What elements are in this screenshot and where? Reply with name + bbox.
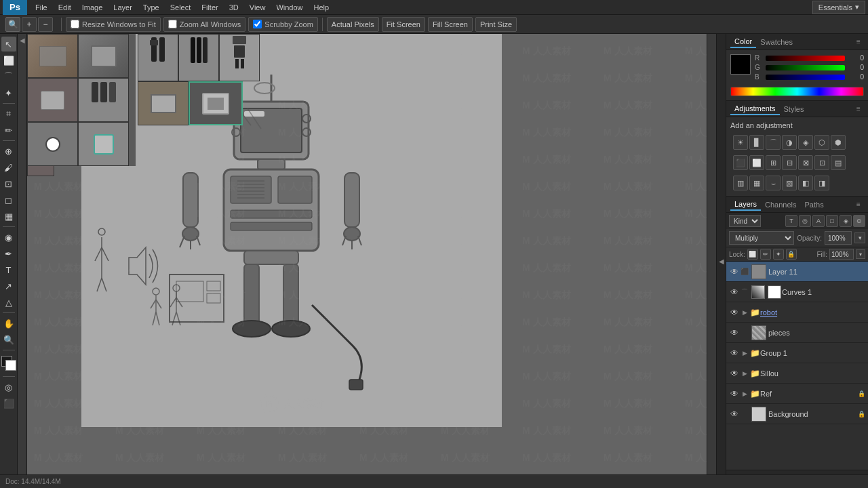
- color-spectrum[interactable]: [730, 87, 864, 96]
- clone-tool[interactable]: ⊡: [1, 176, 16, 191]
- thumb-robot-1[interactable]: [138, 34, 178, 81]
- resize-windows-checkbox[interactable]: Resize Windows to Fit: [66, 17, 161, 32]
- pen-tool[interactable]: ✒: [1, 246, 16, 261]
- left-collapse-btn[interactable]: ◀: [18, 34, 27, 488]
- adj-exposure-btn[interactable]: ◑: [782, 135, 797, 150]
- eyedropper-tool[interactable]: ✏: [1, 123, 16, 138]
- fill-stepper-btn[interactable]: ▾: [856, 249, 865, 259]
- layer-visibility-curves1[interactable]: 👁: [729, 287, 740, 298]
- adj-hsl-btn[interactable]: ⬡: [814, 135, 829, 150]
- resize-windows-input[interactable]: [71, 20, 79, 28]
- adj-photofilter-btn[interactable]: ⬜: [749, 155, 764, 170]
- menu-filter[interactable]: Filter: [196, 2, 223, 13]
- fill-value-input[interactable]: [829, 249, 854, 260]
- menu-3d[interactable]: 3D: [224, 2, 244, 13]
- layer-expand-group1[interactable]: ▶: [740, 348, 749, 358]
- layers-kind-filter[interactable]: Kind: [729, 215, 761, 227]
- color-tab[interactable]: Color: [730, 36, 756, 48]
- color-panel-menu-btn[interactable]: ≡: [853, 37, 864, 47]
- thumb-5[interactable]: [27, 122, 78, 166]
- adj-curves2-btn[interactable]: ⌣: [766, 176, 781, 190]
- adj-colorbalance-btn[interactable]: ⬢: [831, 135, 846, 150]
- layer-expand-sillou[interactable]: ▶: [740, 369, 749, 378]
- layer-item-sillou[interactable]: 👁 ▶ 📁 Sillou: [726, 363, 868, 384]
- fill-screen-btn[interactable]: Fill Screen: [428, 17, 473, 32]
- rectangle-select-tool[interactable]: ⬜: [1, 53, 16, 68]
- vertical-scrollbar[interactable]: [707, 34, 716, 479]
- thumb-6[interactable]: [78, 122, 129, 166]
- adj-vibrance-btn[interactable]: ◈: [798, 135, 813, 150]
- filter-type-btn[interactable]: T: [785, 215, 797, 227]
- quick-mask-tool[interactable]: ◎: [1, 380, 16, 394]
- layer-item-layer11[interactable]: 👁 ⬛ Layer 11: [726, 262, 868, 282]
- layer-item-curves1[interactable]: 👁 ⌒ Curves 1: [726, 282, 868, 302]
- menu-type[interactable]: Type: [138, 2, 165, 13]
- color-swatch-box[interactable]: [730, 54, 751, 75]
- layer-expand-ref[interactable]: ▶: [740, 389, 749, 399]
- lock-image-btn[interactable]: ✏: [760, 249, 771, 260]
- menu-layer[interactable]: Layer: [108, 2, 138, 13]
- menu-image[interactable]: Image: [77, 2, 108, 13]
- zoom-all-checkbox[interactable]: Zoom All Windows: [163, 17, 245, 32]
- layer-visibility-ref[interactable]: 👁: [729, 388, 740, 399]
- lock-all-btn[interactable]: 🔒: [786, 249, 797, 260]
- thumb-robot-3[interactable]: [219, 34, 260, 81]
- layers-tab[interactable]: Layers: [730, 199, 761, 211]
- quick-select-tool[interactable]: ✦: [1, 85, 16, 100]
- path-select-tool[interactable]: ↗: [1, 279, 16, 293]
- menu-view[interactable]: View: [244, 2, 271, 13]
- fit-screen-btn[interactable]: Fit Screen: [382, 17, 425, 32]
- thumb-2[interactable]: [78, 34, 129, 78]
- scrubby-zoom-input[interactable]: [253, 20, 262, 28]
- menu-help[interactable]: Help: [309, 2, 335, 13]
- background-color[interactable]: [5, 360, 16, 371]
- adj-gradientmap-btn[interactable]: ▥: [733, 176, 748, 190]
- gradient-tool[interactable]: ▦: [1, 209, 16, 224]
- adj-threshold-btn[interactable]: ▤: [831, 155, 846, 170]
- thumb-bottom-1[interactable]: [138, 81, 189, 125]
- color-selector[interactable]: [1, 356, 16, 373]
- opacity-value-input[interactable]: [825, 231, 852, 245]
- brush-tool[interactable]: 🖌: [1, 160, 16, 175]
- adj-mask-btn[interactable]: ◧: [798, 176, 813, 190]
- blend-mode-select[interactable]: Multiply: [729, 231, 794, 245]
- adj-panel-menu-btn[interactable]: ≡: [853, 104, 864, 115]
- thumb-1[interactable]: [27, 34, 78, 78]
- layer-visibility-background[interactable]: 👁: [729, 409, 740, 420]
- lock-pixels-btn[interactable]: ⬜: [747, 249, 758, 260]
- menu-file[interactable]: File: [30, 2, 53, 13]
- shape-tool[interactable]: △: [1, 295, 16, 310]
- swatches-tab[interactable]: Swatches: [756, 37, 797, 47]
- print-size-btn[interactable]: Print Size: [475, 17, 517, 32]
- zoom-tool[interactable]: 🔍: [1, 332, 16, 347]
- adj-vector-btn[interactable]: ◨: [814, 176, 829, 190]
- adj-selectivecolor-btn[interactable]: ▦: [749, 176, 764, 190]
- layers-panel-menu-btn[interactable]: ≡: [853, 199, 864, 210]
- layer-visibility-group1[interactable]: 👁: [729, 348, 740, 359]
- adj-bw-btn[interactable]: ⬛: [733, 155, 748, 170]
- adj-levels2-btn[interactable]: ▧: [782, 176, 797, 190]
- layer-visibility-pieces[interactable]: 👁: [729, 327, 740, 338]
- crop-tool[interactable]: ⌗: [1, 106, 16, 121]
- layer-item-pieces[interactable]: 👁 pieces: [726, 323, 868, 343]
- thumb-4[interactable]: [78, 78, 129, 122]
- thumb-3[interactable]: [27, 78, 78, 122]
- layer-item-robot[interactable]: 👁 ▶ 📁 robot: [726, 302, 868, 323]
- zoom-in-btn[interactable]: +: [22, 17, 37, 32]
- adj-invert-btn[interactable]: ⊠: [798, 155, 813, 170]
- filter-toggle-btn[interactable]: ⊙: [853, 215, 865, 227]
- layer-visibility-robot[interactable]: 👁: [729, 307, 740, 318]
- scrubby-zoom-checkbox[interactable]: Scrubby Zoom: [248, 17, 318, 32]
- patch-tool[interactable]: ⊕: [1, 144, 16, 159]
- zoom-all-input[interactable]: [168, 20, 177, 28]
- layer-item-ref[interactable]: 👁 ▶ 📁 Ref 🔒: [726, 384, 868, 404]
- adj-curves-btn[interactable]: ⌒: [766, 135, 781, 150]
- adj-levels-btn[interactable]: ▊: [749, 135, 764, 150]
- menu-edit[interactable]: Edit: [53, 2, 77, 13]
- canvas-area[interactable]: M 人人素材 M 人人素材 M 人人素材 M 人人素材: [27, 34, 716, 488]
- styles-tab[interactable]: Styles: [780, 104, 808, 115]
- channels-tab[interactable]: Channels: [761, 199, 800, 210]
- eraser-tool[interactable]: ◻: [1, 192, 16, 207]
- filter-shape-btn[interactable]: □: [826, 215, 838, 227]
- zoom-out-btn[interactable]: −: [38, 17, 53, 32]
